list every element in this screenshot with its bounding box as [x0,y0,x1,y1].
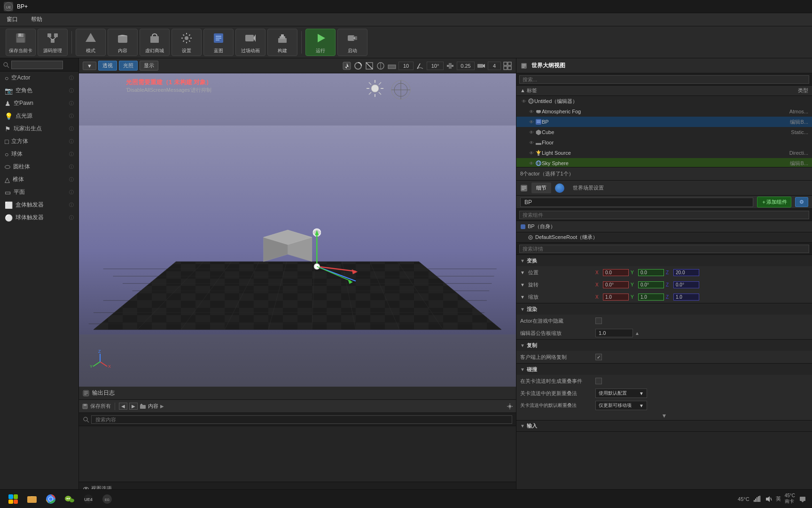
sun-icon[interactable] [365,78,385,99]
net-rep-checkbox[interactable] [595,354,602,360]
play-button[interactable]: 运行 [305,29,336,56]
settings-button[interactable]: 设置 [172,29,202,56]
component-gear-button[interactable]: ⚙ [795,197,808,207]
loc-z-input[interactable] [673,269,699,276]
sidebar-item-boxcollider[interactable]: ⬜ 盒体触发器 ⓘ [0,198,78,211]
scale-z-input[interactable] [673,294,699,301]
sidebar-item-cube[interactable]: □ 立方体 ⓘ [0,135,78,148]
update-method-dropdown[interactable]: 使用默认配置 ▼ [595,389,647,398]
scale-icon[interactable] [365,61,374,71]
rot-z-input[interactable] [673,281,699,288]
file-explorer-button[interactable] [24,492,39,507]
grid-size-input[interactable] [398,62,414,70]
marketplace-button[interactable]: 虚幻商城 [140,29,170,56]
ue-button[interactable]: UE4 [81,492,96,507]
translate-icon[interactable] [342,61,351,71]
actor-hidden-checkbox[interactable] [595,318,602,324]
outliner-item-floor[interactable]: 👁 Floor [516,137,812,148]
sidebar-item-plane[interactable]: ▭ 平面 ⓘ [0,186,78,198]
add-component-button[interactable]: ＋添加组件 [757,197,791,207]
outliner-item-lightsource[interactable]: 👁 Light Source Directi... [516,148,812,158]
show-btn[interactable]: 显示 [140,61,158,71]
rot-y-input[interactable] [638,281,664,288]
scale-y-input[interactable] [638,294,664,301]
outliner-item-untitled[interactable]: 👁 Untitled（编辑器） [516,96,812,106]
component-search-input[interactable] [519,211,809,219]
rotate-icon[interactable] [353,61,363,71]
default-scene-root-item[interactable]: DefaultSceneRoot（继承） [516,232,812,243]
cb-search-input[interactable] [91,415,512,424]
billboard-input[interactable] [595,329,633,337]
notification-icon[interactable] [799,495,806,503]
bp-self-item[interactable]: BP（自身） [516,221,812,232]
angle-input[interactable] [427,62,444,70]
surface-icon[interactable] [387,61,397,71]
replication-header[interactable]: ▼ 复制 [516,340,812,351]
outliner-item-bp[interactable]: 👁 BP 编辑B... [516,117,812,127]
menu-help[interactable]: 帮助 [28,15,45,24]
outliner-item-skysphere[interactable]: 👁 Sky Sphere 编辑B... [516,158,812,167]
transform-header[interactable]: ▼ 变换 [516,255,812,266]
sidebar-item-actor[interactable]: ○ 空Actor ⓘ [0,71,78,84]
menu-window[interactable]: 窗口 [4,15,21,24]
outliner-item-fog[interactable]: 👁 Atmospheric Fog Atmos... [516,106,812,117]
collision-header[interactable]: ▼ 碰撞 [516,364,812,375]
loc-x-input[interactable] [603,269,629,276]
save-button[interactable]: 保存当前卡 [6,29,36,56]
launch-button[interactable]: 启动 [337,29,367,56]
transform-gizmo-icon[interactable] [389,78,413,102]
tab-details[interactable]: 细节 [531,183,551,193]
content-button[interactable]: 内容 [108,29,138,56]
snap-input[interactable] [457,62,475,70]
default-overlap-dropdown[interactable]: 仅更新可移动项 ▼ [595,401,647,410]
perspective-btn[interactable]: 透视 [98,61,117,71]
col-type[interactable]: 类型 [752,87,808,94]
rendering-header[interactable]: ▼ 渲染 [516,303,812,315]
sidebar-item-spherecollider[interactable]: ⚪ 球体触发器 ⓘ [0,211,78,224]
detail-search-input[interactable] [519,245,809,253]
sidebar-item-pawn[interactable]: ♟ 空Pawn ⓘ [0,97,78,110]
sidebar-item-pointlight[interactable]: 💡 点光源 ⓘ [0,110,78,122]
screen-num-input[interactable] [488,62,501,70]
actor-name-input[interactable] [520,198,753,207]
cb-back-btn[interactable]: ◀ [119,403,127,410]
vp-dropdown-btn[interactable]: ▼ [83,62,96,70]
vis-icon[interactable]: 👁 [520,97,528,105]
vis-icon6[interactable]: 👁 [528,149,535,157]
modes-button[interactable]: 模式 [76,29,106,56]
fullscreen-icon[interactable] [503,61,512,71]
outliner-item-cube[interactable]: 👁 Cube Static... [516,127,812,137]
loc-y-input[interactable] [638,269,664,276]
cinematic-button[interactable]: 过场动画 [235,29,265,56]
cb-settings-icon[interactable] [507,403,513,410]
world-icon[interactable] [376,61,385,71]
vis-icon2[interactable]: 👁 [528,108,535,115]
expand-icon[interactable]: ▼ [662,413,667,419]
rot-x-input[interactable] [603,281,629,288]
build-button[interactable]: 构建 [267,29,297,56]
tab-world-settings[interactable]: 世界场景设置 [555,183,609,193]
sidebar-item-sphere[interactable]: ○ 球体 ⓘ [0,148,78,160]
input-section-header[interactable]: ▼ 输入 [516,421,812,432]
blueprint-button[interactable]: 蓝图 [203,29,234,56]
left-search-input[interactable] [11,61,63,69]
lighting-btn[interactable]: 光照 [119,61,138,71]
sidebar-item-cylinder[interactable]: ⬭ 圆柱体 ⓘ [0,160,78,173]
viewport-canvas[interactable]: 光照需要重建（1 未构建 对象） 'DisableAllScreenMessag… [79,73,516,387]
vis-icon7[interactable]: 👁 [528,159,535,167]
epic-button[interactable]: EG [100,492,115,507]
vis-icon4[interactable]: 👁 [528,128,535,136]
wechat-button[interactable] [62,492,77,507]
sidebar-item-cone[interactable]: △ 椎体 ⓘ [0,173,78,186]
col-label[interactable]: ▲ 标签 [520,87,752,94]
source-control-button[interactable]: 源码管理 [38,29,68,56]
cb-forward-btn[interactable]: ▶ [129,403,138,410]
vis-icon5[interactable]: 👁 [528,139,535,146]
sidebar-item-camera[interactable]: 📷 空角色 ⓘ [0,84,78,97]
vis-icon3[interactable]: 👁 [528,118,535,126]
start-button[interactable] [6,492,21,507]
outliner-search-input[interactable] [519,75,809,84]
scale-x-input[interactable] [603,294,629,301]
gen-events-checkbox[interactable] [595,378,602,384]
sidebar-item-playstart[interactable]: ⚑ 玩家出生点 ⓘ [0,122,78,135]
